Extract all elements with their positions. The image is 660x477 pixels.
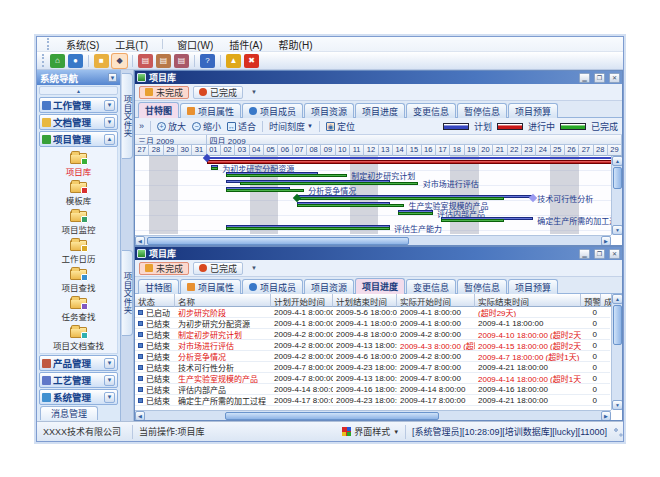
exit-icon[interactable]: ✖ <box>244 54 259 68</box>
zoom-in-button[interactable]: +放大 <box>157 120 186 133</box>
tab-项目成员[interactable]: 项目成员 <box>242 103 303 118</box>
folder-strip-tab-bottom[interactable]: 项目文件夹 <box>122 250 133 336</box>
table-row[interactable]: 已结束评估内部产品2009-4-14 8:00:002009-4-16 18:0… <box>135 384 610 395</box>
gantt-task-技术可行性分析[interactable] <box>297 195 533 200</box>
tab-项目预算[interactable]: 项目预算 <box>508 103 558 118</box>
column-header-实际开始时间[interactable]: 实际开始时间 <box>397 294 475 307</box>
sidebar-tab-messages[interactable]: 消息管理 <box>40 406 98 420</box>
menubar-grip[interactable] <box>47 38 50 49</box>
filter-finished-button[interactable]: 已完成 <box>193 86 243 99</box>
open-folder-icon[interactable]: ■ <box>94 54 109 68</box>
tab-暂停信息[interactable]: 暂停信息 <box>457 279 507 294</box>
tab-项目进度[interactable]: 项目进度 <box>355 103 405 118</box>
sidebar-item-任务查找[interactable]: 任务查找 <box>40 295 117 324</box>
table-row[interactable]: 已结束技术可行性分析2009-4-7 8:00:002009-4-23 18:0… <box>135 362 610 373</box>
lock-icon[interactable]: ▲ <box>226 54 241 68</box>
sidebar-group-1[interactable]: 文档管理▼ <box>39 114 118 130</box>
tab-暂停信息[interactable]: 暂停信息 <box>457 103 507 118</box>
sidebar-group-4[interactable]: 工艺管理▼ <box>39 372 118 388</box>
chevron-icon[interactable]: ▲ <box>104 134 115 145</box>
sidebar-item-模板库[interactable]: 模板库 <box>40 179 117 208</box>
time-scale-dropdown[interactable]: 时间刻度▼ <box>269 120 313 133</box>
column-header-名称[interactable]: 名称 <box>175 294 271 307</box>
restore-button[interactable]: ❐ <box>594 73 605 83</box>
scroll-thumb[interactable] <box>613 305 622 345</box>
tab-项目进度[interactable]: 项目进度 <box>355 278 405 294</box>
resize-grip[interactable] <box>609 427 623 441</box>
scroll-up-arrow[interactable]: ▲ <box>612 294 622 304</box>
menu-item-0[interactable]: 系统(S) <box>64 37 101 52</box>
sidebar-item-项目库[interactable]: 项目库 <box>40 150 117 179</box>
sidebar-item-工作日历[interactable]: 工作日历 <box>40 237 117 266</box>
scroll-left-arrow[interactable]: ◀ <box>135 236 145 246</box>
gantt-task-确定生产所需的加工过程[interactable] <box>441 217 534 222</box>
filter-finished-button[interactable]: 已完成 <box>193 262 243 275</box>
close-button[interactable]: ✕ <box>609 249 620 259</box>
column-header-计划开始时间[interactable]: 计划开始时间 <box>271 294 333 307</box>
table-vertical-scrollbar[interactable]: ▲ ▼ <box>611 294 622 410</box>
sidebar-group-0[interactable]: 工作管理▼ <box>39 97 118 113</box>
table-row[interactable]: 已结束制定初步研究计划2009-4-2 8:00:002009-4-8 18:0… <box>135 329 610 340</box>
sidebar-item-项目查找[interactable]: 项目查找 <box>40 266 117 295</box>
sidebar-item-项目监控[interactable]: 项目监控 <box>40 208 117 237</box>
menu-item-2[interactable]: 窗口(W) <box>175 37 215 52</box>
nav-collapse-button[interactable]: ▲ <box>39 86 118 95</box>
sidebar-group-3[interactable]: 产品管理▼ <box>39 355 118 371</box>
filter-unfinished-button[interactable]: 未完成 <box>139 262 189 275</box>
gantt-vertical-scrollbar[interactable]: ▲ ▼ <box>611 156 622 235</box>
column-header-实际结束时间[interactable]: 实际结束时间 <box>475 294 581 307</box>
tab-项目资源[interactable]: 项目资源 <box>304 103 354 118</box>
menu-item-3[interactable]: 插件(A) <box>227 37 264 52</box>
scroll-down-arrow[interactable]: ▼ <box>612 400 622 410</box>
folder-strip-tab-top[interactable]: 项目文件夹 <box>122 73 133 159</box>
tab-项目资源[interactable]: 项目资源 <box>304 279 354 294</box>
fit-button[interactable]: ↔适合 <box>227 120 256 133</box>
workspace-icon[interactable]: ⌂ <box>50 54 65 68</box>
gantt-task-对市场进行评估[interactable] <box>226 180 390 185</box>
zoom-out-button[interactable]: −缩小 <box>192 120 221 133</box>
sidebar-item-项目文档查找[interactable]: 项目文档查找 <box>40 324 117 353</box>
table-row[interactable]: 已启动初步研究阶段2009-4-1 8:00:002009-5-6 18:00:… <box>135 307 610 318</box>
chevron-icon[interactable]: ▼ <box>104 358 115 369</box>
chevron-icon[interactable]: ▼ <box>104 392 115 403</box>
column-header-计划结束时间[interactable]: 计划结束时间 <box>333 294 397 307</box>
table-row[interactable]: 已结束为初步研究分配资源2009-4-1 8:00:002009-4-1 18:… <box>135 318 610 329</box>
gantt-horizontal-scrollbar[interactable]: ◀ ▶ <box>135 235 611 245</box>
scroll-up-arrow[interactable]: ▲ <box>612 156 622 166</box>
gantt-task-为初步研究分配资源[interactable] <box>211 165 218 170</box>
minimize-button[interactable]: ▁ <box>579 73 590 83</box>
scroll-thumb[interactable] <box>613 167 622 189</box>
tab-项目属性[interactable]: 项目属性 <box>180 279 241 294</box>
close-button[interactable]: ✕ <box>609 73 620 83</box>
gantt-task-评估生产能力[interactable] <box>226 225 390 230</box>
save-icon[interactable]: ◆ <box>112 54 127 68</box>
globe-icon[interactable]: ● <box>68 54 83 68</box>
gantt-task-评估内部产品[interactable] <box>398 210 433 215</box>
table-row[interactable]: 已结束对市场进行评估2009-4-2 8:00:002009-4-13 18:0… <box>135 340 610 351</box>
filter-overflow-chevron[interactable]: ▼ <box>251 265 257 271</box>
menu-item-4[interactable]: 帮助(H) <box>277 37 315 52</box>
table-horizontal-scrollbar[interactable]: ◀ ▶ <box>135 410 611 420</box>
tab-甘特图[interactable]: 甘特图 <box>138 102 179 118</box>
tab-变更信息[interactable]: 变更信息 <box>406 279 456 294</box>
filter-overflow-chevron[interactable]: ▼ <box>251 89 257 95</box>
report-icon[interactable]: ▤ <box>138 54 153 68</box>
gantt-task-制定初步研究计划[interactable] <box>226 172 319 177</box>
help-icon[interactable]: ? <box>200 54 215 68</box>
table-row[interactable]: 已结束分析竞争情况2009-4-2 8:00:002009-4-6 18:00:… <box>135 351 610 362</box>
minimize-button[interactable]: ▁ <box>579 249 590 259</box>
tab-变更信息[interactable]: 变更信息 <box>406 103 456 118</box>
scroll-left-arrow[interactable]: ◀ <box>135 411 145 421</box>
scroll-thumb[interactable] <box>147 237 409 245</box>
scroll-right-arrow[interactable]: ▶ <box>601 236 611 246</box>
menu-item-1[interactable]: 工具(T) <box>113 37 150 52</box>
chevron-icon[interactable]: ▼ <box>104 375 115 386</box>
scroll-right-arrow[interactable]: ▶ <box>601 411 611 421</box>
gantt-task-分析竞争情况[interactable] <box>226 187 290 192</box>
filter-unfinished-button[interactable]: 未完成 <box>139 86 189 99</box>
chevron-icon[interactable]: ▼ <box>104 117 115 128</box>
restore-button[interactable]: ❐ <box>594 249 605 259</box>
tab-项目属性[interactable]: 项目属性 <box>180 103 241 118</box>
import-icon[interactable]: ▤ <box>156 54 171 68</box>
export-icon[interactable]: ▤ <box>174 54 189 68</box>
